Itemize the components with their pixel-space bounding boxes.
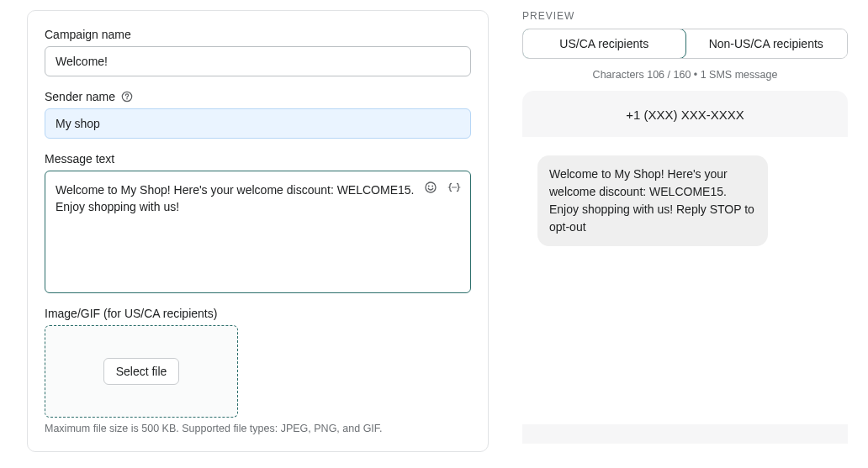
emoji-picker-icon[interactable] <box>423 180 438 195</box>
field-sender-name: Sender name <box>45 90 471 139</box>
message-textarea[interactable] <box>45 171 470 292</box>
sender-name-label-text: Sender name <box>45 90 115 103</box>
image-label: Image/GIF (for US/CA recipients) <box>45 307 471 320</box>
campaign-name-input[interactable] <box>45 46 471 76</box>
svg-point-5 <box>452 187 453 188</box>
campaign-name-label: Campaign name <box>45 28 471 41</box>
image-dropzone[interactable]: Select file <box>45 325 238 418</box>
field-message-text: Message text <box>45 152 471 293</box>
recipient-segmented-control: US/CA recipients Non-US/CA recipients <box>522 29 848 59</box>
character-count: Characters 106 / 160 • 1 SMS message <box>522 69 848 81</box>
select-file-button[interactable]: Select file <box>103 358 180 385</box>
preview-title: PREVIEW <box>522 10 848 22</box>
phone-number: +1 (XXX) XXX-XXXX <box>522 108 848 137</box>
svg-point-6 <box>453 187 455 188</box>
message-text-label: Message text <box>45 152 471 166</box>
sender-name-input[interactable] <box>45 108 471 139</box>
file-hint: Maximum file size is 500 KB. Supported f… <box>45 423 471 434</box>
phone-preview: +1 (XXX) XXX-XXXX Welcome to My Shop! He… <box>522 91 848 444</box>
sender-name-label: Sender name <box>45 90 471 103</box>
preview-panel: PREVIEW US/CA recipients Non-US/CA recip… <box>522 10 848 452</box>
insert-variable-icon[interactable] <box>447 180 462 195</box>
svg-point-4 <box>431 186 433 187</box>
svg-point-2 <box>426 182 436 192</box>
tab-non-us-ca[interactable]: Non-US/CA recipients <box>685 29 848 58</box>
help-icon[interactable] <box>120 90 134 103</box>
svg-point-7 <box>455 187 457 188</box>
tab-us-ca[interactable]: US/CA recipients <box>522 29 686 59</box>
message-textarea-wrap <box>45 171 471 293</box>
field-campaign-name: Campaign name <box>45 28 471 76</box>
phone-body: Welcome to My Shop! Here's your welcome … <box>522 137 848 424</box>
svg-point-3 <box>428 186 430 187</box>
svg-point-1 <box>126 98 128 100</box>
campaign-form-card: Campaign name Sender name Message text <box>27 10 489 452</box>
field-image: Image/GIF (for US/CA recipients) Select … <box>45 307 471 434</box>
message-bubble: Welcome to My Shop! Here's your welcome … <box>537 155 768 246</box>
